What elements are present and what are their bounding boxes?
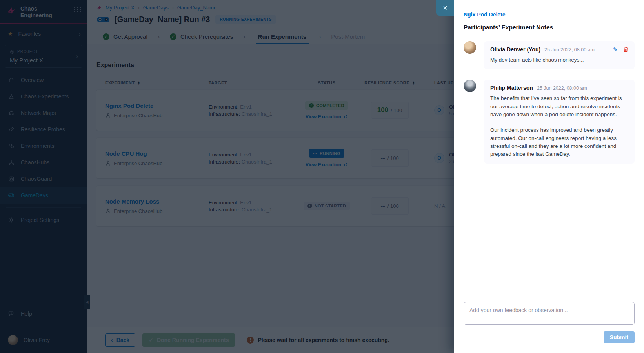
drawer-content: Ngix Pod Delete Participants’ Experiment… [454,0,644,164]
note-text: My dev team acts like chaos monkeys... [490,56,628,64]
note-timestamp: 25 Jun 2022, 08:00 am [544,47,595,53]
close-button[interactable]: × [436,0,454,16]
note-timestamp: 25 Jun 2022, 08:00 am [537,86,587,91]
app-root: Chaos Engineering ★ Favorites › PROJECT … [0,0,644,353]
note-item: Philip Matterson 25 Jun 2022, 08:00 am T… [464,80,635,164]
feedback-input[interactable] [464,302,635,325]
experiment-name-link[interactable]: Ngix Pod Delete [464,11,506,18]
close-icon: × [443,4,448,13]
delete-note-icon[interactable] [623,47,628,52]
drawer-title: Participants’ Experiment Notes [464,24,635,31]
note-author: Olivia Denver (You) [490,46,540,53]
avatar [464,80,476,92]
note-card: Philip Matterson 25 Jun 2022, 08:00 am T… [484,80,635,164]
notes-drawer: × Ngix Pod Delete Participants’ Experime… [454,0,644,353]
note-text: The benefits that I’ve seen so far from … [490,95,628,158]
feedback-composer: Submit [464,302,635,343]
submit-button[interactable]: Submit [604,331,635,343]
edit-note-icon[interactable]: ✎ [613,46,618,53]
avatar [464,41,476,54]
note-card: Olivia Denver (You) 25 Jun 2022, 08:00 a… [484,41,635,69]
note-item: Olivia Denver (You) 25 Jun 2022, 08:00 a… [464,41,635,69]
notes-list: Olivia Denver (You) 25 Jun 2022, 08:00 a… [464,41,635,164]
note-author: Philip Matterson [490,85,533,91]
